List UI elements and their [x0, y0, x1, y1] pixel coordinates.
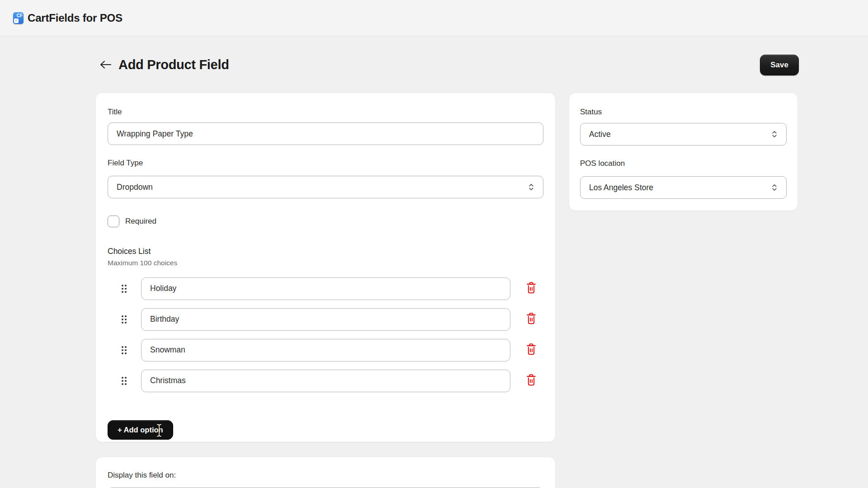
choice-row [108, 308, 543, 331]
field-type-select[interactable]: Dropdown [108, 176, 543, 198]
drag-handle-icon[interactable] [120, 314, 128, 325]
choice-row [108, 277, 543, 300]
display-on-label: Display this field on: [108, 471, 543, 480]
choice-row [108, 369, 543, 392]
choice-input[interactable] [141, 277, 510, 300]
field-type-value: Dropdown [117, 183, 153, 192]
trash-icon [525, 312, 537, 327]
drag-handle-icon[interactable] [120, 375, 128, 386]
page-title: Add Product Field [118, 57, 229, 72]
choice-row [108, 338, 543, 361]
drag-handle-icon[interactable] [120, 283, 128, 294]
trash-icon [525, 282, 537, 296]
add-option-button[interactable]: + Add option [108, 420, 173, 440]
trash-icon [525, 374, 537, 388]
drag-handle-icon[interactable] [120, 345, 128, 356]
delete-choice-button[interactable] [524, 373, 538, 389]
required-row: Required [108, 216, 543, 227]
app-icon: CF ✓ [13, 12, 24, 24]
choices-helper: Maximum 100 choices [108, 259, 543, 267]
pos-location-value: Los Angeles Store [589, 183, 653, 192]
pos-location-label: POS location [580, 159, 787, 168]
save-button[interactable]: Save [760, 55, 799, 75]
choices-heading: Choices List [108, 247, 543, 256]
choice-input[interactable] [141, 339, 510, 361]
app-icon-checkbox: ✓ [14, 19, 19, 23]
status-select[interactable]: Active [580, 123, 787, 145]
status-label: Status [580, 108, 787, 117]
status-card: Status Active POS location Los Angeles S… [569, 93, 797, 211]
title-label: Title [108, 108, 543, 117]
choices-list [108, 277, 543, 392]
required-checkbox[interactable] [108, 216, 119, 227]
arrow-left-icon [99, 59, 112, 71]
pos-location-select[interactable]: Los Angeles Store [580, 176, 787, 199]
required-label: Required [125, 217, 156, 226]
status-value: Active [589, 130, 611, 139]
delete-choice-button[interactable] [524, 343, 538, 358]
selector-icon [770, 183, 779, 192]
delete-choice-button[interactable] [524, 281, 538, 296]
app-icon-letters: CF [17, 13, 23, 18]
title-input[interactable] [108, 122, 543, 145]
back-button[interactable] [98, 58, 113, 72]
field-settings-card: Title Field Type Dropdown Required Choic… [96, 93, 555, 442]
app-title: CartFields for POS [28, 12, 123, 24]
choice-input[interactable] [141, 308, 510, 331]
selector-icon [527, 183, 536, 192]
add-option-label: + Add option [118, 426, 163, 434]
app-top-bar: CF ✓ CartFields for POS [0, 0, 868, 36]
selector-icon [770, 130, 779, 139]
page: CF ✓ CartFields for POS Add Product Fiel… [0, 0, 868, 488]
delete-choice-button[interactable] [524, 312, 538, 327]
choice-input[interactable] [141, 370, 510, 392]
field-type-label: Field Type [108, 159, 543, 168]
display-settings-card: Display this field on: [96, 457, 555, 488]
trash-icon [525, 343, 537, 357]
